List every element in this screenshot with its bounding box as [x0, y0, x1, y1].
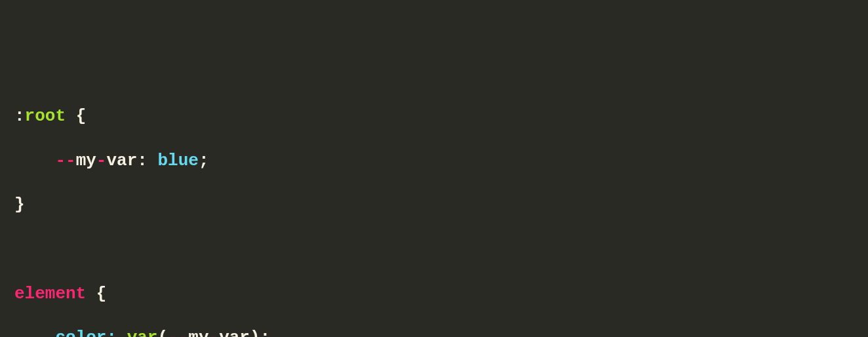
- prop-name-token: var: [106, 151, 137, 170]
- space-token: [117, 328, 127, 337]
- dash-token: --: [55, 151, 75, 170]
- code-line-1: :root {: [14, 106, 854, 128]
- fn-name-token: var: [127, 328, 158, 337]
- code-blank-line: [14, 239, 854, 261]
- value-token: blue: [158, 151, 199, 170]
- close-brace: }: [14, 195, 25, 214]
- code-line-3: }: [14, 194, 854, 216]
- semicolon-token: ;: [199, 151, 209, 170]
- element-selector: element: [14, 284, 86, 304]
- colon-punct: :: [14, 106, 25, 126]
- pseudo-root: root: [25, 106, 66, 126]
- code-line-6: color: var(--my-var);: [14, 327, 854, 337]
- property-token: color: [55, 328, 106, 337]
- indent: [14, 328, 55, 337]
- indent: [14, 151, 55, 170]
- space-token: [148, 151, 158, 170]
- close-paren: ): [250, 328, 260, 337]
- arg-token: my: [188, 328, 208, 337]
- code-line-2: --my-var: blue;: [14, 150, 854, 172]
- code-block: :root { --my-var: blue; } element { colo…: [14, 106, 854, 337]
- open-brace: {: [66, 106, 86, 126]
- colon-sep: :: [106, 328, 117, 337]
- code-line-5: element {: [14, 283, 854, 306]
- dash-token: -: [96, 151, 107, 170]
- colon-sep: :: [137, 151, 148, 170]
- semicolon-token: ;: [260, 328, 271, 337]
- open-paren: (: [157, 328, 168, 337]
- arg-token: var: [219, 328, 250, 337]
- dash-token: --: [168, 328, 188, 337]
- dash-token: -: [209, 328, 220, 337]
- open-brace: {: [86, 284, 106, 304]
- prop-name-token: my: [76, 151, 96, 170]
